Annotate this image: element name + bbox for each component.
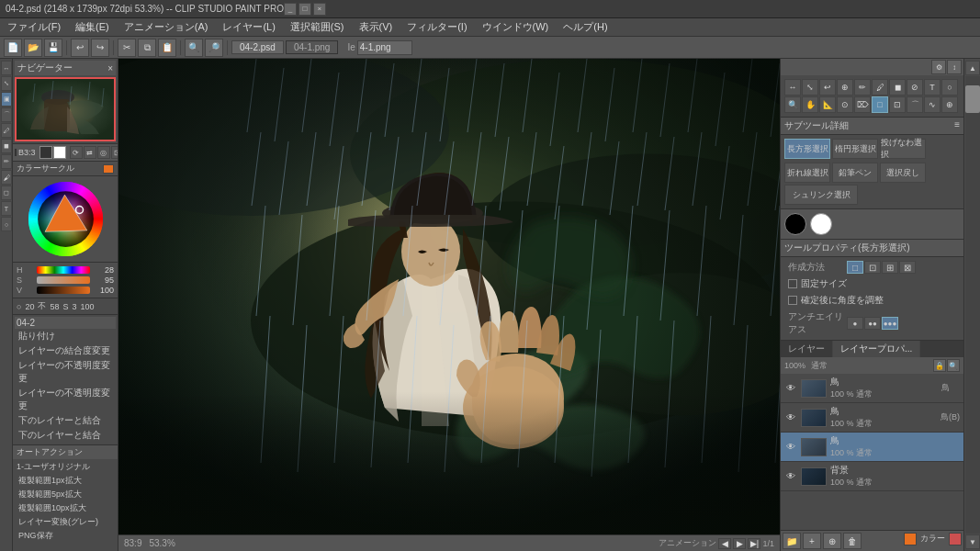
layer-eye[interactable]: 👁 [784,411,797,424]
aa-1[interactable]: ●● [864,317,881,330]
color-tool-1[interactable]: ⟳ [70,146,83,159]
layer-item[interactable]: 👁 鳥 100 % 通常 鳥(B) [781,403,963,433]
color-tool-4[interactable]: ⊡ [111,146,118,159]
val-slider[interactable] [37,287,90,294]
rtool-20[interactable]: ⊕ [941,96,958,113]
layer-eye[interactable]: 👁 [784,441,797,454]
rtool-17[interactable]: ⊡ [889,96,906,113]
shape-lasso[interactable]: 投げなわ選択 [880,139,926,159]
rtool-14[interactable]: ⊙ [837,96,853,113]
anim-play[interactable]: ▶ [733,538,746,549]
rtool-2[interactable]: ⤡ [802,79,818,96]
color-orange-swatch[interactable] [103,164,114,174]
color-swatch-black[interactable] [784,213,806,235]
rtool-15[interactable]: ⌦ [854,96,871,113]
shape-rect[interactable]: 長方形選択 [784,139,830,159]
menu-layer[interactable]: レイヤー(L) [219,19,278,35]
rtool-7[interactable]: ◼ [889,79,906,96]
subtool-opts[interactable]: ≡ [954,119,960,132]
rtool-18[interactable]: ⌒ [907,96,923,113]
minimize-button[interactable]: _ [284,3,297,16]
mode-3[interactable]: ⊠ [899,261,916,274]
layer-eye[interactable]: 👁 [784,382,797,395]
tool-eraser[interactable]: ◻ [1,186,12,200]
action-layer-blend[interactable]: レイヤーの結合度変更 [15,343,116,358]
shape-fold[interactable]: 折れ線選択 [784,163,830,183]
anim-prev[interactable]: ◀ [718,538,731,549]
fix-size-checkbox[interactable] [788,279,797,288]
tool-move[interactable]: ↔ [1,61,12,75]
menu-edit[interactable]: 編集(E) [72,19,113,35]
color-tool-2[interactable]: ⇄ [84,146,96,159]
fr-up[interactable]: ▲ [965,61,980,75]
color-swatch-white[interactable] [810,213,832,235]
layer-color-tag2[interactable] [949,533,962,545]
menu-help[interactable]: ヘルプ(H) [559,19,611,35]
layer-eye[interactable]: 👁 [784,470,797,483]
fg-color[interactable] [39,146,52,159]
action-merge-below2[interactable]: 下のレイヤーと結合 [15,428,116,443]
menu-filter[interactable]: フィルター(I) [403,19,470,35]
layer-item[interactable]: 👁 鳥 100 % 通常 鳥 [781,374,963,403]
shape-restore[interactable]: 選択戻し [880,163,926,183]
maximize-button[interactable]: □ [299,3,311,16]
layer-item-active[interactable]: 👁 鳥 100 % 通常 [781,433,963,462]
fr-down[interactable]: ▼ [965,534,980,549]
color-tool-3[interactable]: ◎ [97,146,110,159]
close-button[interactable]: × [313,3,326,16]
rtool-8[interactable]: ⊘ [907,79,923,96]
undo-button[interactable]: ↩ [71,39,89,57]
rtool-19[interactable]: ∿ [924,96,941,113]
tab-layerprop[interactable]: レイヤープロパ... [833,341,920,357]
right-icon-2[interactable]: ↕ [947,60,962,74]
rtool-10[interactable]: ○ [941,79,958,96]
filename-input[interactable] [357,40,412,55]
rtool-13[interactable]: 📐 [819,96,836,113]
auto-item-3[interactable]: 複製範囲10px拡大 [13,501,118,515]
save-button[interactable]: 💾 [44,39,62,57]
navigator-close[interactable]: × [107,63,113,73]
aa-2[interactable]: ●●● [882,317,898,330]
paste-button[interactable]: 📋 [158,39,176,57]
auto-item-1[interactable]: 複製範囲1px拡大 [13,474,118,488]
bg-color[interactable] [53,146,66,159]
shape-pen[interactable]: 鉛筆ペン [832,163,878,183]
tab-layers[interactable]: レイヤー [781,341,833,357]
action-layer-opacity2[interactable]: レイヤーの不透明度変更 [15,386,116,413]
rtool-9[interactable]: T [924,79,941,96]
layer-copy[interactable]: ⊕ [823,533,841,549]
action-layer-opacity1[interactable]: レイヤーの不透明度変更 [15,358,116,386]
action-paste[interactable]: 貼り付け [15,329,116,343]
auto-action-subtitle[interactable]: 1-ユーザオリジナル [13,460,118,474]
mode-1[interactable]: ⊡ [864,261,881,274]
redo-button[interactable]: ↪ [91,39,109,57]
auto-item-4[interactable]: レイヤー変換(グレー) [13,515,118,529]
zoom-in-button[interactable]: 🔍 [185,39,203,57]
rtool-4[interactable]: ⊕ [837,79,853,96]
rtool-6[interactable]: 🖊 [872,79,888,96]
menu-animation[interactable]: アニメーション(A) [120,19,212,35]
rtool-11[interactable]: 🔍 [784,96,801,113]
color-wheel[interactable] [27,180,105,258]
file-tab2[interactable]: 04-1.png [286,40,338,54]
tool-eyedrop[interactable]: 🖊 [1,123,12,138]
mode-0[interactable]: □ [847,261,863,274]
layer-new-folder[interactable]: 📁 [783,533,801,549]
layer-new[interactable]: + [803,533,821,549]
anim-next[interactable]: ▶| [748,538,760,549]
rtool-1[interactable]: ↔ [784,79,801,96]
tool-select[interactable]: ▣ [1,92,12,107]
copy-button[interactable]: ⧉ [138,39,156,57]
layer-color-tag[interactable] [904,533,917,545]
auto-item-2[interactable]: 複製範囲5px拡大 [13,488,118,501]
tool-fill[interactable]: ◼ [1,139,12,153]
auto-item-5[interactable]: PNG保存 [13,529,118,543]
rtool-5[interactable]: ✏ [854,79,871,96]
tool-text[interactable]: T [1,201,12,216]
fix-ratio-checkbox[interactable] [788,296,797,305]
open-button[interactable]: 📂 [24,39,42,57]
tool-pen[interactable]: ✏ [1,154,12,169]
tool-brush[interactable]: 🖌 [1,170,12,185]
canvas-content[interactable] [118,59,780,534]
shape-shrink[interactable]: シュリンク選択 [784,185,858,205]
